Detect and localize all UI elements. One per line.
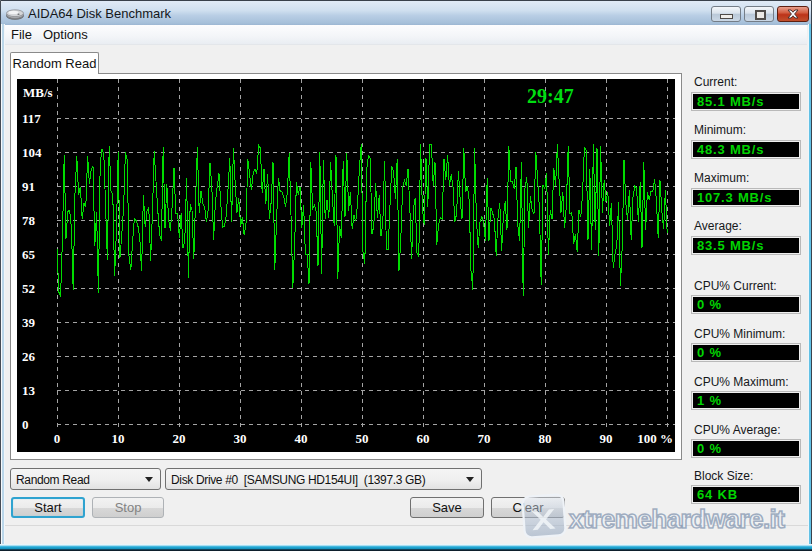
svg-text:39: 39 — [22, 315, 36, 330]
svg-text:0: 0 — [54, 431, 61, 446]
svg-text:78: 78 — [22, 213, 36, 228]
svg-text:52: 52 — [22, 281, 35, 296]
svg-text:10: 10 — [112, 431, 125, 446]
svg-text:104: 104 — [22, 145, 42, 160]
svg-text:90: 90 — [600, 431, 613, 446]
svg-text:30: 30 — [234, 431, 247, 446]
svg-text:40: 40 — [295, 431, 308, 446]
svg-text:50: 50 — [356, 431, 369, 446]
svg-text:91: 91 — [22, 179, 35, 194]
svg-text:100 %: 100 % — [637, 431, 673, 446]
svg-text:80: 80 — [539, 431, 552, 446]
svg-text:MB/s: MB/s — [23, 85, 53, 100]
svg-text:13: 13 — [22, 383, 36, 398]
svg-text:29:47: 29:47 — [527, 85, 574, 107]
svg-text:20: 20 — [173, 431, 186, 446]
svg-text:117: 117 — [22, 111, 41, 126]
svg-text:26: 26 — [22, 349, 36, 364]
svg-text:70: 70 — [478, 431, 491, 446]
svg-text:0: 0 — [22, 417, 29, 432]
svg-text:65: 65 — [22, 247, 36, 262]
svg-text:60: 60 — [417, 431, 430, 446]
